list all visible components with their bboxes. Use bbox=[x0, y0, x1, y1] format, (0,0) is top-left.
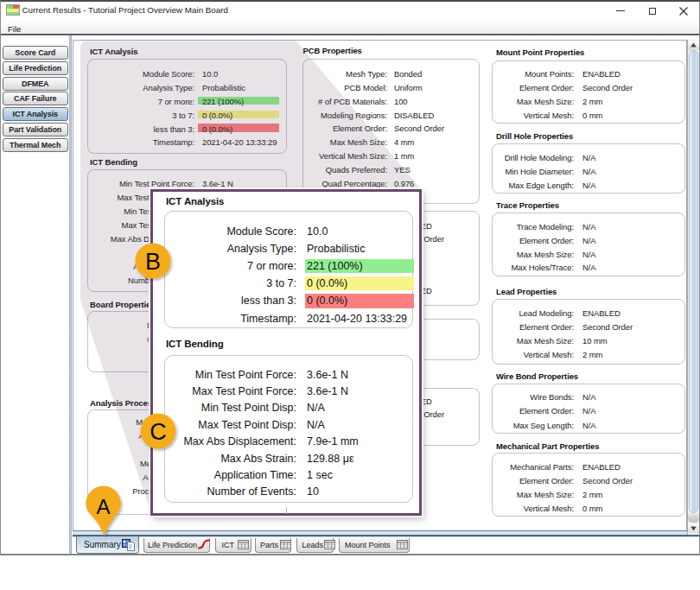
svg-text:B: B bbox=[145, 249, 161, 275]
svg-text:C: C bbox=[150, 419, 167, 445]
svg-text:A: A bbox=[97, 495, 111, 518]
